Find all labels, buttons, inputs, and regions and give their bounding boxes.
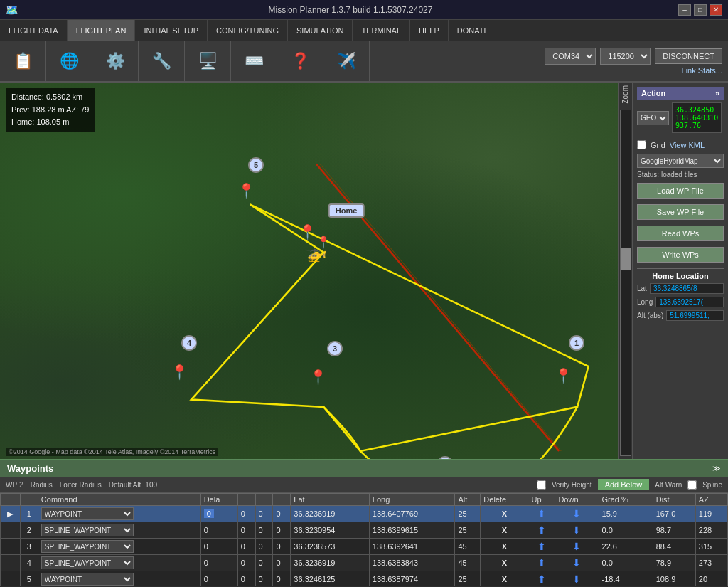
grid-checkbox[interactable] <box>637 140 646 149</box>
row-up[interactable]: ⬆ <box>528 522 555 539</box>
waypoint-3-marker[interactable]: 3 <box>327 341 343 356</box>
nav-simulation[interactable]: SIMULATION <box>288 20 353 41</box>
radius-label: Radius <box>31 481 53 489</box>
verify-height-checkbox[interactable] <box>537 480 546 490</box>
row-down[interactable]: ⬇ <box>555 555 599 571</box>
spline-checkbox[interactable] <box>687 480 697 490</box>
waypoint-5-marker[interactable]: 5 <box>248 157 264 173</box>
window-controls: – □ ✕ <box>678 4 722 16</box>
nav-initial-setup[interactable]: INITIAL SETUP <box>135 20 208 41</box>
nav-terminal[interactable]: TERMINAL <box>353 20 410 41</box>
nav-flight-data[interactable]: FLIGHT DATA <box>0 20 68 41</box>
row-play <box>1 555 21 571</box>
row-down[interactable]: ⬇ <box>555 506 599 522</box>
row-c3: 0 <box>273 555 291 571</box>
map-info-overlay: Distance: 0.5802 km Prev: 188.28 m AZ: 7… <box>6 88 95 132</box>
row-dela: 0 <box>200 571 237 586</box>
col-alt: Alt <box>455 494 481 506</box>
row-long: 138.6383843 <box>369 555 455 571</box>
expand-icon[interactable]: » <box>715 89 719 97</box>
row-up[interactable]: ⬆ <box>528 571 555 586</box>
baud-rate-select[interactable]: 115200 <box>600 48 651 65</box>
row-down[interactable]: ⬇ <box>555 539 599 555</box>
row-command[interactable]: SPLINE_WAYPOINT <box>38 522 200 539</box>
link-stats-link[interactable]: Link Stats... <box>682 66 722 75</box>
com-port-select[interactable]: COM34 <box>545 48 596 65</box>
load-wp-button[interactable]: Load WP File <box>637 183 724 199</box>
help-button[interactable]: ❓ <box>282 43 318 80</box>
row-up[interactable]: ⬆ <box>528 555 555 571</box>
waypoint-1-marker[interactable]: 1 <box>569 335 584 351</box>
row-command[interactable]: WAYPOINT <box>38 506 200 522</box>
nav-flight-plan[interactable]: FLIGHT PLAN <box>68 20 136 41</box>
read-wps-button[interactable]: Read WPs <box>637 226 724 241</box>
row-command[interactable]: SPLINE_WAYPOINT <box>38 555 200 571</box>
command-select-4[interactable]: SPLINE_WAYPOINT <box>41 556 134 569</box>
waypoint-2-marker[interactable]: 2 <box>437 456 453 459</box>
map-type-select[interactable]: GoogleHybridMap <box>637 154 724 168</box>
map-container[interactable]: Distance: 0.5802 km Prev: 188.28 m AZ: 7… <box>0 83 618 459</box>
nav-help[interactable]: HELP <box>410 20 449 41</box>
add-below-button[interactable]: Add Below <box>598 479 650 490</box>
geo-select[interactable]: GEO <box>637 111 669 125</box>
write-wps-button[interactable]: Write WPs <box>637 247 724 263</box>
table-row: ▶ 1 WAYPOINT 0 0 0 0 36.3236919 138.6407… <box>1 506 728 522</box>
disconnect-button[interactable]: DISCONNECT <box>655 48 722 64</box>
flight-data-button[interactable]: 📋 <box>4 43 41 80</box>
row-down[interactable]: ⬇ <box>555 522 599 539</box>
row-c2: 0 <box>255 571 273 586</box>
row-play: ▶ <box>1 506 21 522</box>
flight-plan-button[interactable]: 🌐 <box>50 43 87 80</box>
command-select-5[interactable]: WAYPOINT <box>41 573 134 586</box>
nav-config-tuning[interactable]: CONFIG/TUNING <box>208 20 288 41</box>
col-lat: Lat <box>291 494 369 506</box>
view-kml-link[interactable]: View KML <box>670 141 705 149</box>
row-delete[interactable]: X <box>481 571 528 586</box>
zoom-thumb[interactable] <box>621 248 631 270</box>
config-button[interactable]: 🔧 <box>143 43 180 80</box>
globe-icon: 🌐 <box>60 53 79 69</box>
row-up[interactable]: ⬆ <box>528 506 555 522</box>
waypoint-4-marker[interactable]: 4 <box>181 335 197 351</box>
row-command[interactable]: SPLINE_WAYPOINT <box>38 539 200 555</box>
wp4-pin: 📍 <box>171 364 188 381</box>
waypoints-expand-icon[interactable]: ≫ <box>712 464 721 473</box>
row-alt: 45 <box>455 555 481 571</box>
wp-circle-3: 3 <box>327 341 343 356</box>
row-az: 20 <box>695 571 727 586</box>
maximize-button[interactable]: □ <box>694 4 707 16</box>
row-lat: 36.3236919 <box>291 506 369 522</box>
alt-value: 51.6999511; <box>666 310 724 321</box>
keyboard-icon: ⌨️ <box>245 53 264 69</box>
command-select-1[interactable]: WAYPOINT <box>41 507 134 520</box>
row-up[interactable]: ⬆ <box>528 539 555 555</box>
coord2: 138.640310 <box>675 114 718 122</box>
zoom-scrollbar[interactable] <box>620 110 631 456</box>
nav-donate[interactable]: DONATE <box>449 20 498 41</box>
app-title: Mission Planner 1.3.7 build 1.1.5307.240… <box>23 5 678 15</box>
row-down[interactable]: ⬇ <box>555 571 599 586</box>
waypoints-table-body: ▶ 1 WAYPOINT 0 0 0 0 36.3236919 138.6407… <box>1 506 728 586</box>
command-select-2[interactable]: SPLINE_WAYPOINT <box>41 524 134 536</box>
initial-setup-button[interactable]: ⚙️ <box>97 43 134 80</box>
row-c1: 0 <box>237 571 255 586</box>
row-command[interactable]: WAYPOINT <box>38 571 200 586</box>
command-select-3[interactable]: SPLINE_WAYPOINT <box>41 540 134 553</box>
row-dela: 0 <box>200 506 237 522</box>
row-num: 5 <box>20 571 38 586</box>
minimize-button[interactable]: – <box>678 4 691 16</box>
home-alt-row: Alt (abs) 51.6999511; <box>637 310 724 321</box>
close-button[interactable]: ✕ <box>710 4 722 16</box>
save-wp-button[interactable]: Save WP File <box>637 204 724 220</box>
home-marker[interactable]: Home <box>328 203 365 218</box>
loiter-radius-group: Loiter Radius <box>60 481 102 489</box>
row-delete[interactable]: X <box>481 522 528 539</box>
row-delete[interactable]: X <box>481 555 528 571</box>
donate-button[interactable]: ✈️ <box>328 43 365 80</box>
row-delete[interactable]: X <box>481 506 528 522</box>
row-delete[interactable]: X <box>481 539 528 555</box>
terminal-button[interactable]: ⌨️ <box>235 43 272 80</box>
simulation-button[interactable]: 🖥️ <box>189 43 226 80</box>
table-header-row: Command Dela Lat Long Alt Delete Up Down… <box>1 494 728 506</box>
action-header: Action » <box>637 87 724 100</box>
